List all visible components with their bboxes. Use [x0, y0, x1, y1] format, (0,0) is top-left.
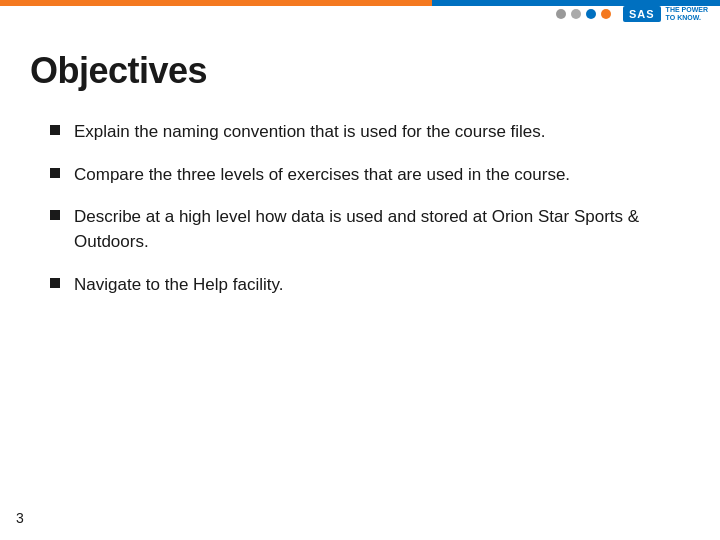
navigation-dots	[556, 9, 611, 19]
list-item: Explain the naming convention that is us…	[50, 120, 680, 145]
bullet-text-1: Explain the naming convention that is us…	[74, 120, 546, 145]
bullet-text-4: Navigate to the Help facility.	[74, 273, 283, 298]
page-title: Objectives	[30, 50, 680, 92]
bullet-square-1	[50, 125, 60, 135]
bullet-square-2	[50, 168, 60, 178]
nav-dot-4	[601, 9, 611, 19]
list-item: Compare the three levels of exercises th…	[50, 163, 680, 188]
objectives-list: Explain the naming convention that is us…	[50, 120, 680, 297]
nav-dot-2	[571, 9, 581, 19]
nav-dot-1	[556, 9, 566, 19]
nav-dot-3	[586, 9, 596, 19]
page-number: 3	[16, 510, 24, 526]
bullet-text-2: Compare the three levels of exercises th…	[74, 163, 570, 188]
bullet-text-3: Describe at a high level how data is use…	[74, 205, 680, 254]
list-item: Describe at a high level how data is use…	[50, 205, 680, 254]
list-item: Navigate to the Help facility.	[50, 273, 680, 298]
bullet-square-4	[50, 278, 60, 288]
slide-content: Objectives Explain the naming convention…	[0, 20, 720, 540]
bullet-square-3	[50, 210, 60, 220]
